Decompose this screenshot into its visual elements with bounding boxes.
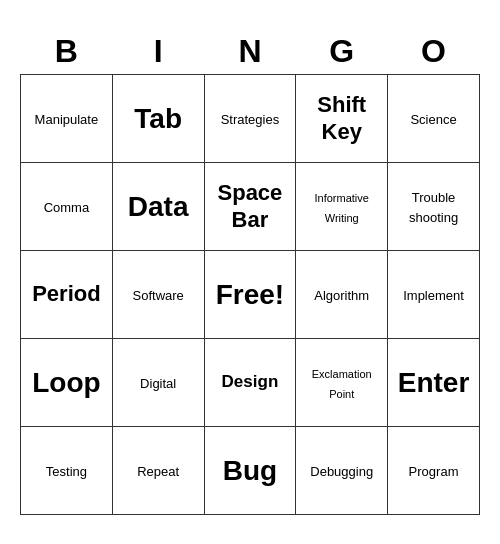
bingo-cell: Program [388,427,480,515]
bingo-cell: Enter [388,339,480,427]
bingo-cell: Tab [112,75,204,163]
bingo-cell: Science [388,75,480,163]
bingo-cell: Loop [21,339,113,427]
bingo-cell: Software [112,251,204,339]
bingo-cell: Bug [204,427,296,515]
bingo-cell: Strategies [204,75,296,163]
cell-text: Trouble shooting [409,190,458,224]
cell-text: Space Bar [218,180,283,231]
header-letter: G [296,29,388,75]
cell-text: Testing [46,464,87,479]
bingo-row: LoopDigitalDesignExclamation PointEnter [21,339,480,427]
cell-text: Program [409,464,459,479]
bingo-cell: Manipulate [21,75,113,163]
cell-text: Strategies [221,112,280,127]
cell-text: Tab [134,103,182,134]
bingo-cell: Exclamation Point [296,339,388,427]
bingo-cell: Testing [21,427,113,515]
cell-text: Enter [398,367,470,398]
bingo-cell: Space Bar [204,163,296,251]
header-row: BINGO [21,29,480,75]
cell-text: Informative Writing [315,192,369,223]
bingo-body: ManipulateTabStrategiesShift KeyScienceC… [21,75,480,515]
bingo-cell: Comma [21,163,113,251]
bingo-card: BINGO ManipulateTabStrategiesShift KeySc… [20,29,480,515]
cell-text: Science [410,112,456,127]
bingo-cell: Design [204,339,296,427]
cell-text: Debugging [310,464,373,479]
bingo-cell: Trouble shooting [388,163,480,251]
bingo-cell: Implement [388,251,480,339]
bingo-cell: Digital [112,339,204,427]
cell-text: Period [32,281,100,306]
cell-text: Algorithm [314,288,369,303]
bingo-cell: Data [112,163,204,251]
cell-text: Loop [32,367,100,398]
bingo-row: ManipulateTabStrategiesShift KeyScience [21,75,480,163]
cell-text: Bug [223,455,277,486]
cell-text: Shift Key [317,92,366,143]
bingo-cell: Repeat [112,427,204,515]
header-letter: I [112,29,204,75]
cell-text: Implement [403,288,464,303]
cell-text: Software [133,288,184,303]
cell-text: Design [222,372,279,391]
bingo-cell: Period [21,251,113,339]
bingo-cell: Algorithm [296,251,388,339]
bingo-cell: Informative Writing [296,163,388,251]
cell-text: Exclamation Point [312,368,372,399]
cell-text: Comma [44,200,90,215]
header-letter: N [204,29,296,75]
cell-text: Repeat [137,464,179,479]
bingo-cell: Shift Key [296,75,388,163]
header-letter: B [21,29,113,75]
header-letter: O [388,29,480,75]
bingo-row: PeriodSoftwareFree!AlgorithmImplement [21,251,480,339]
cell-text: Digital [140,376,176,391]
cell-text: Data [128,191,189,222]
bingo-row: CommaDataSpace BarInformative WritingTro… [21,163,480,251]
bingo-cell: Free! [204,251,296,339]
cell-text: Manipulate [35,112,99,127]
bingo-row: TestingRepeatBugDebuggingProgram [21,427,480,515]
cell-text: Free! [216,279,284,310]
bingo-cell: Debugging [296,427,388,515]
